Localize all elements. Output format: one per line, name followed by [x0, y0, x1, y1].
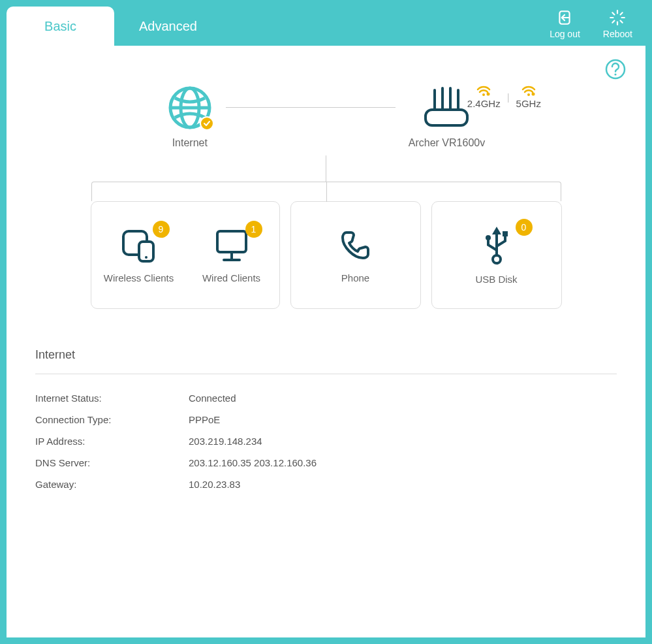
dns-server-key: DNS Server:	[35, 457, 189, 468]
usb-icon	[480, 225, 513, 265]
wireless-count-badge: 9	[153, 221, 170, 238]
gateway-value: 10.20.23.83	[189, 479, 240, 490]
main-panel: Internet Archer VR1600v	[7, 46, 645, 637]
svg-line-8	[621, 12, 623, 14]
wifi-separator: |	[507, 91, 510, 103]
internet-status-badge	[200, 116, 214, 131]
svg-line-5	[613, 12, 615, 14]
svg-point-20	[487, 93, 490, 96]
check-icon	[203, 120, 211, 127]
wired-label: Wired Clients	[202, 272, 260, 283]
svg-line-6	[621, 21, 623, 23]
wifi-24-label: 2.4GHz	[467, 98, 501, 109]
link-internet-router	[226, 107, 396, 108]
usb-disk[interactable]: 0 USB Disk	[454, 225, 539, 285]
svg-line-7	[613, 21, 615, 23]
internet-node[interactable]: Internet	[167, 85, 213, 149]
internet-heading: Internet	[35, 348, 617, 362]
usb-card: 0 USB Disk	[431, 201, 562, 309]
svg-point-19	[482, 93, 485, 96]
internet-status-key: Internet Status:	[35, 393, 189, 404]
svg-point-31	[493, 255, 501, 263]
reboot-button[interactable]: Reboot	[603, 9, 632, 39]
svg-point-32	[486, 235, 491, 240]
reboot-label: Reboot	[603, 29, 632, 39]
logout-label: Log out	[550, 29, 580, 39]
wired-count-badge: 1	[245, 221, 262, 238]
help-button[interactable]	[605, 59, 626, 80]
logout-button[interactable]: Log out	[550, 9, 580, 39]
devices-icon	[119, 227, 159, 263]
dns-server-value: 203.12.160.35 203.12.160.36	[189, 457, 317, 468]
svg-rect-18	[426, 110, 467, 125]
wired-clients[interactable]: 1 Wired Clients	[189, 227, 274, 283]
svg-point-10	[614, 73, 616, 75]
wifi-5ghz[interactable]: 5GHz	[516, 85, 541, 109]
clients-card: 9 Wireless Clients 1 Wired Cli	[91, 201, 280, 309]
ip-address-value: 203.219.148.234	[189, 436, 262, 447]
device-cards: 9 Wireless Clients 1 Wired Cli	[33, 201, 619, 309]
usb-label: USB Disk	[475, 274, 517, 285]
network-map: Internet Archer VR1600v	[33, 85, 619, 309]
gateway-row: Gateway: 10.20.23.83	[35, 474, 617, 495]
svg-point-22	[531, 93, 535, 96]
reboot-icon	[609, 9, 626, 26]
router-node-label: Archer VR1600v	[409, 137, 485, 149]
phone-label: Phone	[341, 272, 369, 283]
phone-icon	[337, 227, 373, 263]
header-actions: Log out Reboot	[550, 7, 632, 46]
internet-section: Internet Internet Status: Connected Conn…	[33, 348, 619, 495]
internet-status-row: Internet Status: Connected	[35, 387, 617, 409]
wifi-24ghz[interactable]: 2.4GHz	[467, 85, 501, 109]
router-icon	[420, 85, 473, 131]
monitor-icon	[212, 227, 251, 263]
header-bar: Basic Advanced Log out Reboot	[0, 0, 652, 46]
logout-icon	[556, 9, 573, 26]
tab-basic[interactable]: Basic	[7, 7, 114, 46]
svg-rect-26	[217, 231, 246, 252]
section-divider	[35, 374, 617, 374]
internet-status-value: Connected	[189, 393, 236, 404]
connection-type-value: PPPoE	[189, 414, 220, 425]
wifi-icon	[521, 85, 536, 97]
wireless-clients[interactable]: 9 Wireless Clients	[97, 227, 181, 283]
wifi-bands: 2.4GHz | 5GHz	[467, 85, 541, 109]
wireless-label: Wireless Clients	[104, 272, 174, 283]
phone-item[interactable]: Phone	[313, 227, 398, 283]
router-node[interactable]: Archer VR1600v 2.4GHz |	[409, 85, 485, 149]
link-router-devices	[326, 155, 326, 182]
svg-marker-30	[492, 227, 501, 234]
svg-point-25	[145, 256, 147, 259]
svg-point-21	[527, 93, 530, 96]
gateway-key: Gateway:	[35, 479, 189, 490]
connection-type-row: Connection Type: PPPoE	[35, 409, 617, 430]
connection-type-key: Connection Type:	[35, 414, 189, 425]
main-tabs: Basic Advanced	[7, 7, 222, 46]
ip-address-row: IP Address: 203.219.148.234	[35, 430, 617, 452]
phone-card: Phone	[290, 201, 421, 309]
svg-rect-33	[503, 231, 508, 236]
wifi-5-label: 5GHz	[516, 98, 541, 109]
dns-server-row: DNS Server: 203.12.160.35 203.12.160.36	[35, 452, 617, 474]
usb-count-badge: 0	[516, 219, 533, 236]
ip-address-key: IP Address:	[35, 436, 189, 447]
wifi-icon	[476, 85, 491, 97]
device-connector	[91, 182, 561, 201]
internet-node-label: Internet	[172, 137, 208, 149]
help-icon	[605, 59, 626, 80]
tab-advanced[interactable]: Advanced	[114, 7, 222, 46]
